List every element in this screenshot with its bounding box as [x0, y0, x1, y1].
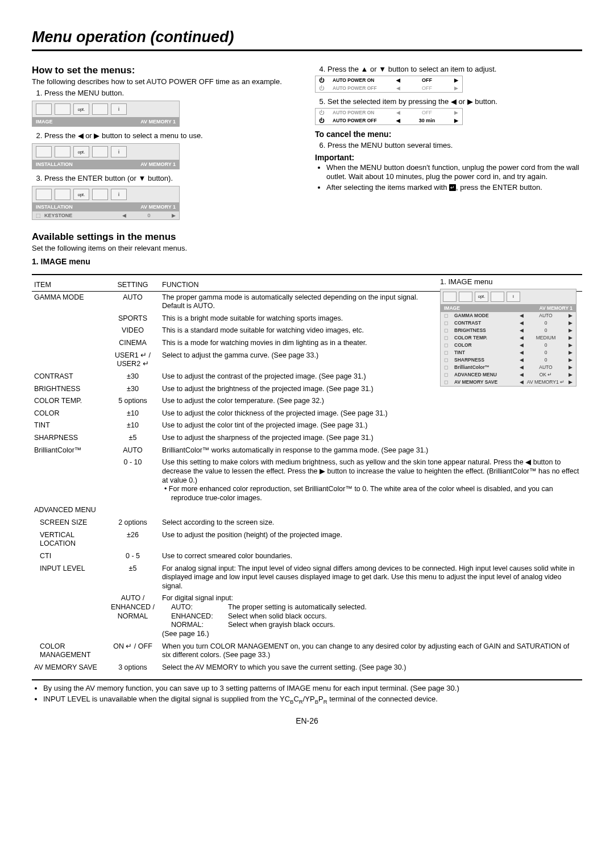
step-4: Press the ▲ or ▼ button to select an ite… [327, 65, 582, 73]
text: Press the [327, 65, 361, 73]
tab-icon [36, 189, 52, 200]
left-arrow-icon: ◀ [395, 118, 401, 123]
setting-cell: 0 - 10 [106, 456, 160, 504]
av-memory-label: AV MEMORY 1 [137, 202, 179, 211]
item-cell: CTI [32, 550, 106, 563]
table-row: INPUT LEVEL±5For analog signal input: Th… [32, 563, 582, 593]
image-menu-figure: opt. i IMAGE AV MEMORY 1 ◻GAMMA MODE◀AUT… [440, 289, 576, 387]
item-cell: BrilliantColor™ [32, 445, 106, 457]
function-cell: Use to adjust the color tint of the proj… [160, 420, 582, 432]
power-on-icon: ⏻ [319, 77, 329, 83]
text: or [84, 131, 94, 140]
left-arrow-icon: ◀ [395, 85, 401, 91]
item-cell: COLOR MANAGEMENT [32, 641, 106, 662]
text: /YP [303, 695, 315, 703]
text: Press the ENTER button (or [44, 174, 138, 182]
function-cell: BrilliantColor™ works automatically in r… [160, 445, 582, 457]
image-menu-heading: 1. IMAGE menu [32, 257, 299, 266]
tab-icon [443, 292, 457, 302]
text: button to select an item to adjust. [386, 65, 496, 73]
tab-icon [55, 146, 70, 157]
important-note-1: When the MENU button doesn't function, u… [326, 163, 582, 182]
tab-opt: opt. [73, 103, 89, 115]
text: Press the [44, 131, 78, 140]
text: button). [146, 174, 173, 182]
tab-info: i [111, 189, 127, 200]
tab-info: i [111, 103, 127, 115]
item-cell: COLOR [32, 408, 106, 420]
tab-opt: opt. [475, 292, 488, 302]
auto-power-on-label: AUTO POWER ON [333, 110, 392, 115]
setting-cell: 0 - 5 [106, 550, 160, 563]
item-cell: ADVANCED MENU [32, 504, 106, 517]
available-heading: Available settings in the menus [32, 231, 299, 243]
right-arrow-icon: ▶ [453, 85, 459, 91]
tab-icon [92, 103, 108, 115]
text: Set the selected item by pressing the [327, 97, 451, 106]
table-row: ADVANCED MENU [32, 504, 582, 517]
tab-opt: opt. [73, 146, 89, 157]
right-arrow-icon: ▶ [467, 97, 473, 106]
item-cell [32, 592, 106, 640]
setting-cell: AUTO [106, 445, 160, 457]
side-menu-row: ◻AV MEMORY SAVE◀AV MEMORY1 ↵▶ [441, 379, 576, 386]
value: OFF [404, 77, 450, 83]
table-row: AV MEMORY SAVE3 optionsSelect the AV MEM… [32, 662, 582, 674]
text: R [299, 698, 303, 704]
text: P [318, 695, 323, 703]
side-menu-row: ◻BrilliantColor™◀AUTO▶ [441, 364, 576, 371]
available-intro: Set the following items on their relevan… [32, 244, 299, 253]
tab-icon [55, 103, 70, 115]
step-5: Set the selected item by pressing the ◀ … [327, 97, 582, 106]
page-title: Menu operation (continued) [32, 28, 582, 51]
text: , press the ENTER button. [456, 183, 542, 192]
item-cell: VERTICAL LOCATION [32, 529, 106, 550]
text: R [323, 698, 327, 704]
step-2: Press the ◀ or ▶ button to select a menu… [44, 131, 299, 140]
right-arrow-icon: ▶ [172, 213, 176, 218]
table-row: COLOR±10Use to adjust the color thicknes… [32, 408, 582, 420]
down-arrow-icon: ▼ [138, 174, 146, 182]
left-arrow-icon: ◀ [395, 77, 401, 83]
table-row: 0 - 10Use this setting to make colors wi… [32, 456, 582, 504]
side-menu-row: ◻CONTRAST◀0▶ [441, 319, 576, 327]
item-cell: COLOR TEMP. [32, 395, 106, 408]
setting-cell: ±10 [106, 408, 160, 420]
footnote-2: INPUT LEVEL is unavailable when the digi… [43, 695, 582, 705]
left-arrow-icon: ◀ [395, 110, 401, 115]
value: OFF [404, 110, 450, 115]
value: 30 min [404, 118, 450, 123]
item-cell: SHARPNESS [32, 432, 106, 445]
tab-icon [459, 292, 472, 302]
item-cell [32, 325, 106, 337]
setting-cell: ±5 [106, 432, 160, 445]
enter-icon [449, 184, 456, 191]
table-row: BrilliantColor™AUTOBrilliantColor™ works… [32, 445, 582, 457]
function-cell: Select the AV MEMORY to which you save t… [160, 662, 582, 674]
left-arrow-icon: ◀ [78, 131, 84, 140]
footer-notes: By using the AV memory function, you can… [32, 679, 582, 705]
text: terminal of the connected device. [327, 695, 438, 703]
col-item: ITEM [32, 280, 106, 292]
item-cell [32, 313, 106, 325]
side-menu-row: ◻SHARPNESS◀0▶ [441, 356, 576, 364]
function-cell: Select according to the screen size. [160, 517, 582, 529]
side-menu-row: ◻TINT◀0▶ [441, 349, 576, 356]
side-menu-title: 1. IMAGE menu [440, 277, 582, 286]
step-6: Press the MENU button several times. [327, 141, 582, 149]
table-row: COLOR MANAGEMENTON ↵ / OFFWhen you turn … [32, 641, 582, 662]
right-arrow-icon: ▶ [453, 118, 459, 123]
cancel-heading: To cancel the menu: [315, 130, 582, 139]
table-row: SCREEN SIZE2 optionsSelect according to … [32, 517, 582, 529]
item-cell [32, 456, 106, 504]
menu-label: INSTALLATION [32, 160, 137, 169]
up-arrow-icon: ▲ [361, 65, 368, 73]
item-cell [32, 350, 106, 371]
setting-cell: VIDEO [106, 325, 160, 337]
item-cell: BRIGHTNESS [32, 383, 106, 396]
value: OFF [404, 85, 450, 91]
power-off-icon: ⏻ [319, 118, 329, 123]
keystone-value: 0 [126, 213, 172, 218]
table-row: COLOR TEMP.5 optionsUse to adjust the co… [32, 395, 582, 408]
item-cell [32, 337, 106, 350]
